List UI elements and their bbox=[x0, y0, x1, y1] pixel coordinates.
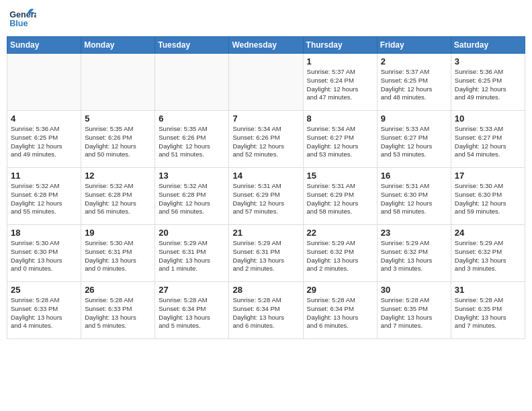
day-info: Sunrise: 5:28 AM Sunset: 6:34 PM Dayligh… bbox=[159, 296, 225, 330]
calendar-cell: 15Sunrise: 5:31 AM Sunset: 6:29 PM Dayli… bbox=[303, 168, 377, 225]
day-info: Sunrise: 5:28 AM Sunset: 6:33 PM Dayligh… bbox=[85, 296, 151, 330]
calendar-week-row: 11Sunrise: 5:32 AM Sunset: 6:28 PM Dayli… bbox=[7, 168, 525, 225]
calendar-cell: 7Sunrise: 5:34 AM Sunset: 6:26 PM Daylig… bbox=[229, 111, 303, 168]
day-number: 31 bbox=[455, 285, 521, 295]
calendar-week-row: 4Sunrise: 5:36 AM Sunset: 6:25 PM Daylig… bbox=[7, 111, 525, 168]
day-info: Sunrise: 5:36 AM Sunset: 6:25 PM Dayligh… bbox=[455, 68, 521, 102]
day-of-week-header: Saturday bbox=[451, 37, 525, 54]
day-info: Sunrise: 5:28 AM Sunset: 6:33 PM Dayligh… bbox=[11, 296, 77, 330]
day-info: Sunrise: 5:30 AM Sunset: 6:30 PM Dayligh… bbox=[455, 182, 521, 216]
calendar-cell: 26Sunrise: 5:28 AM Sunset: 6:33 PM Dayli… bbox=[81, 282, 155, 339]
day-number: 28 bbox=[232, 285, 299, 295]
day-number: 30 bbox=[381, 285, 447, 295]
calendar-cell: 27Sunrise: 5:28 AM Sunset: 6:34 PM Dayli… bbox=[155, 282, 229, 339]
day-info: Sunrise: 5:37 AM Sunset: 6:25 PM Dayligh… bbox=[381, 68, 447, 102]
day-of-week-header: Monday bbox=[81, 37, 155, 54]
day-info: Sunrise: 5:32 AM Sunset: 6:28 PM Dayligh… bbox=[11, 182, 77, 216]
calendar-week-row: 25Sunrise: 5:28 AM Sunset: 6:33 PM Dayli… bbox=[7, 282, 525, 339]
calendar-cell: 8Sunrise: 5:34 AM Sunset: 6:27 PM Daylig… bbox=[303, 111, 377, 168]
calendar-week-row: 18Sunrise: 5:30 AM Sunset: 6:30 PM Dayli… bbox=[7, 225, 525, 282]
day-info: Sunrise: 5:29 AM Sunset: 6:31 PM Dayligh… bbox=[232, 239, 299, 273]
day-number: 11 bbox=[11, 171, 77, 181]
calendar-cell: 28Sunrise: 5:28 AM Sunset: 6:34 PM Dayli… bbox=[229, 282, 303, 339]
day-info: Sunrise: 5:33 AM Sunset: 6:27 PM Dayligh… bbox=[381, 125, 447, 159]
day-info: Sunrise: 5:28 AM Sunset: 6:34 PM Dayligh… bbox=[307, 296, 373, 330]
day-info: Sunrise: 5:32 AM Sunset: 6:28 PM Dayligh… bbox=[85, 182, 151, 216]
day-number: 7 bbox=[232, 113, 299, 124]
calendar-cell: 18Sunrise: 5:30 AM Sunset: 6:30 PM Dayli… bbox=[7, 225, 81, 282]
calendar-cell: 19Sunrise: 5:30 AM Sunset: 6:31 PM Dayli… bbox=[81, 225, 155, 282]
calendar-cell: 6Sunrise: 5:35 AM Sunset: 6:26 PM Daylig… bbox=[155, 111, 229, 168]
calendar-cell: 14Sunrise: 5:31 AM Sunset: 6:29 PM Dayli… bbox=[229, 168, 303, 225]
calendar-week-row: 1Sunrise: 5:37 AM Sunset: 6:24 PM Daylig… bbox=[7, 54, 525, 111]
day-number: 15 bbox=[307, 171, 373, 181]
calendar-cell: 5Sunrise: 5:35 AM Sunset: 6:26 PM Daylig… bbox=[81, 111, 155, 168]
day-info: Sunrise: 5:36 AM Sunset: 6:25 PM Dayligh… bbox=[11, 125, 77, 159]
day-info: Sunrise: 5:30 AM Sunset: 6:31 PM Dayligh… bbox=[85, 239, 151, 273]
day-number: 5 bbox=[85, 113, 151, 124]
calendar-cell: 3Sunrise: 5:36 AM Sunset: 6:25 PM Daylig… bbox=[451, 54, 525, 111]
day-of-week-header: Sunday bbox=[7, 37, 81, 54]
day-info: Sunrise: 5:34 AM Sunset: 6:26 PM Dayligh… bbox=[232, 125, 299, 159]
day-info: Sunrise: 5:31 AM Sunset: 6:29 PM Dayligh… bbox=[307, 182, 373, 216]
day-info: Sunrise: 5:28 AM Sunset: 6:34 PM Dayligh… bbox=[232, 296, 299, 330]
calendar-cell: 23Sunrise: 5:29 AM Sunset: 6:32 PM Dayli… bbox=[377, 225, 451, 282]
day-number: 29 bbox=[307, 285, 373, 295]
day-number: 2 bbox=[381, 56, 447, 66]
day-number: 13 bbox=[159, 171, 225, 181]
day-info: Sunrise: 5:37 AM Sunset: 6:24 PM Dayligh… bbox=[307, 68, 373, 102]
day-info: Sunrise: 5:28 AM Sunset: 6:35 PM Dayligh… bbox=[455, 296, 521, 330]
day-info: Sunrise: 5:29 AM Sunset: 6:32 PM Dayligh… bbox=[455, 239, 521, 273]
calendar-cell: 22Sunrise: 5:29 AM Sunset: 6:32 PM Dayli… bbox=[303, 225, 377, 282]
day-info: Sunrise: 5:32 AM Sunset: 6:28 PM Dayligh… bbox=[159, 182, 225, 216]
day-number: 8 bbox=[307, 113, 373, 124]
calendar-cell bbox=[81, 54, 155, 111]
day-number: 14 bbox=[232, 171, 299, 181]
day-number: 17 bbox=[455, 171, 521, 181]
day-number: 12 bbox=[85, 171, 151, 181]
calendar-table: SundayMondayTuesdayWednesdayThursdayFrid… bbox=[7, 36, 525, 339]
calendar-cell: 25Sunrise: 5:28 AM Sunset: 6:33 PM Dayli… bbox=[7, 282, 81, 339]
day-number: 3 bbox=[455, 56, 521, 66]
day-number: 16 bbox=[381, 171, 447, 181]
day-number: 18 bbox=[11, 228, 77, 238]
calendar-cell: 1Sunrise: 5:37 AM Sunset: 6:24 PM Daylig… bbox=[303, 54, 377, 111]
day-info: Sunrise: 5:34 AM Sunset: 6:27 PM Dayligh… bbox=[307, 125, 373, 159]
calendar-cell: 10Sunrise: 5:33 AM Sunset: 6:27 PM Dayli… bbox=[451, 111, 525, 168]
calendar-cell: 9Sunrise: 5:33 AM Sunset: 6:27 PM Daylig… bbox=[377, 111, 451, 168]
day-info: Sunrise: 5:31 AM Sunset: 6:29 PM Dayligh… bbox=[232, 182, 299, 216]
day-info: Sunrise: 5:29 AM Sunset: 6:31 PM Dayligh… bbox=[159, 239, 225, 273]
calendar-header-row: SundayMondayTuesdayWednesdayThursdayFrid… bbox=[7, 37, 525, 54]
page-header: General Blue bbox=[7, 7, 525, 31]
day-of-week-header: Friday bbox=[377, 37, 451, 54]
day-number: 26 bbox=[85, 285, 151, 295]
calendar-cell: 24Sunrise: 5:29 AM Sunset: 6:32 PM Dayli… bbox=[451, 225, 525, 282]
day-number: 9 bbox=[381, 113, 447, 124]
day-info: Sunrise: 5:29 AM Sunset: 6:32 PM Dayligh… bbox=[307, 239, 373, 273]
day-info: Sunrise: 5:28 AM Sunset: 6:35 PM Dayligh… bbox=[381, 296, 447, 330]
calendar-cell bbox=[155, 54, 229, 111]
logo: General Blue bbox=[9, 7, 36, 31]
day-info: Sunrise: 5:31 AM Sunset: 6:30 PM Dayligh… bbox=[381, 182, 447, 216]
day-info: Sunrise: 5:35 AM Sunset: 6:26 PM Dayligh… bbox=[85, 125, 151, 159]
day-number: 23 bbox=[381, 228, 447, 238]
calendar-cell: 31Sunrise: 5:28 AM Sunset: 6:35 PM Dayli… bbox=[451, 282, 525, 339]
calendar-cell: 20Sunrise: 5:29 AM Sunset: 6:31 PM Dayli… bbox=[155, 225, 229, 282]
day-info: Sunrise: 5:30 AM Sunset: 6:30 PM Dayligh… bbox=[11, 239, 77, 273]
calendar-cell: 30Sunrise: 5:28 AM Sunset: 6:35 PM Dayli… bbox=[377, 282, 451, 339]
day-of-week-header: Thursday bbox=[303, 37, 377, 54]
calendar-cell: 2Sunrise: 5:37 AM Sunset: 6:25 PM Daylig… bbox=[377, 54, 451, 111]
day-number: 24 bbox=[455, 228, 521, 238]
day-of-week-header: Wednesday bbox=[229, 37, 303, 54]
calendar-cell: 17Sunrise: 5:30 AM Sunset: 6:30 PM Dayli… bbox=[451, 168, 525, 225]
calendar-cell bbox=[229, 54, 303, 111]
day-number: 22 bbox=[307, 228, 373, 238]
calendar-cell: 11Sunrise: 5:32 AM Sunset: 6:28 PM Dayli… bbox=[7, 168, 81, 225]
day-info: Sunrise: 5:33 AM Sunset: 6:27 PM Dayligh… bbox=[455, 125, 521, 159]
svg-text:Blue: Blue bbox=[9, 19, 28, 28]
day-info: Sunrise: 5:35 AM Sunset: 6:26 PM Dayligh… bbox=[159, 125, 225, 159]
calendar-cell: 13Sunrise: 5:32 AM Sunset: 6:28 PM Dayli… bbox=[155, 168, 229, 225]
calendar-cell: 12Sunrise: 5:32 AM Sunset: 6:28 PM Dayli… bbox=[81, 168, 155, 225]
day-number: 10 bbox=[455, 113, 521, 124]
day-number: 6 bbox=[159, 113, 225, 124]
